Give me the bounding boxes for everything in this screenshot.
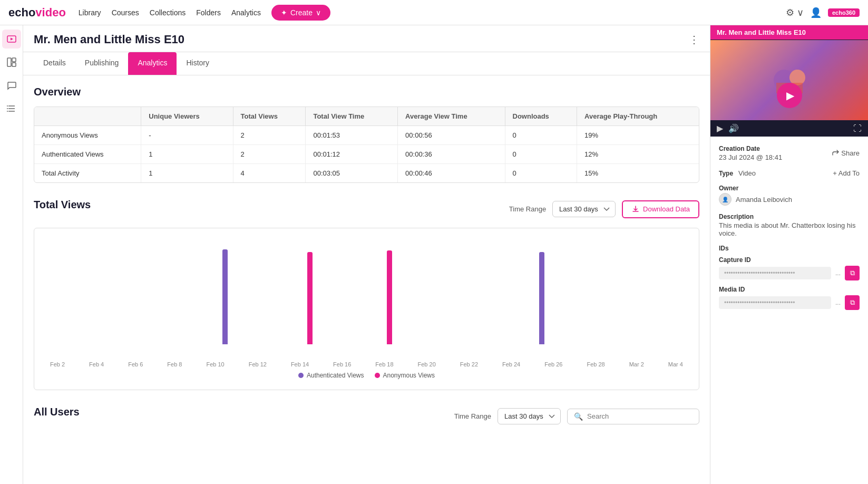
- total-views-title: Total Views: [34, 199, 91, 211]
- table-cell: 2: [233, 126, 306, 145]
- col-header-avg-view-time: Average View Time: [398, 107, 505, 126]
- play-icon: ▶: [786, 89, 794, 102]
- tab-details[interactable]: Details: [34, 52, 75, 75]
- overview-section: Overview Unique Viewers Total Views Tota…: [34, 86, 699, 183]
- date-label: Feb 20: [418, 361, 436, 367]
- all-users-section: All Users Time Range Last 30 days Last 7…: [34, 406, 699, 427]
- page-header: Mr. Men and Little Miss E10 ⋮: [23, 25, 710, 52]
- all-users-controls: Time Range Last 30 days Last 7 days Last…: [454, 408, 699, 424]
- type-label: Type: [719, 170, 733, 177]
- legend-authenticated: Authenticated Views: [298, 372, 364, 379]
- table-cell: 00:00:36: [398, 145, 505, 164]
- copy-media-id-button[interactable]: ⧉: [845, 295, 860, 310]
- logo[interactable]: echovideo: [8, 6, 66, 20]
- nav-analytics[interactable]: Analytics: [231, 8, 261, 17]
- page-title: Mr. Men and Little Miss E10: [34, 33, 184, 46]
- copy-capture-id-button[interactable]: ⧉: [845, 266, 860, 280]
- sidebar-item-panels[interactable]: [2, 53, 21, 72]
- create-icon: ✦: [281, 8, 287, 17]
- chart-legend: Authenticated Views Anonymous Views: [45, 372, 688, 379]
- all-users-title: All Users: [34, 406, 80, 418]
- tab-publishing[interactable]: Publishing: [75, 52, 129, 75]
- capture-id-value: ••••••••••••••••••••••••••••••••: [719, 267, 831, 279]
- page-layout: Mr. Men and Little Miss E10 ⋮ Details Pu…: [0, 25, 868, 484]
- logo-echo: echo: [8, 6, 35, 19]
- legend-auth-label: Authenticated Views: [307, 372, 364, 379]
- date-label: Feb 6: [128, 361, 143, 367]
- date-label: Feb 24: [502, 361, 520, 367]
- svg-rect-1: [7, 58, 11, 66]
- bar-group: [208, 249, 248, 344]
- date-label: Feb 22: [460, 361, 478, 367]
- owner-label: Owner: [719, 185, 860, 192]
- page-menu-button[interactable]: ⋮: [689, 33, 699, 46]
- nav-collections[interactable]: Collections: [150, 8, 186, 17]
- chart-bars: [45, 239, 688, 344]
- all-users-time-range-select[interactable]: Last 30 days Last 7 days Last 90 days Al…: [498, 408, 561, 424]
- chart-area: [45, 239, 688, 355]
- date-label: Feb 28: [587, 361, 604, 367]
- col-header-unique-viewers: Unique Viewers: [141, 107, 233, 126]
- time-range-select[interactable]: Last 30 days Last 7 days Last 90 days Al…: [552, 201, 616, 217]
- video-player-panel[interactable]: Mr. Men and Little Miss E10 ▶: [710, 25, 868, 120]
- table-cell: Total Activity: [34, 164, 141, 183]
- overview-table-wrap: Unique Viewers Total Views Total View Ti…: [34, 107, 699, 183]
- table-cell: 00:00:56: [398, 126, 505, 145]
- chart-container: Feb 2Feb 4Feb 6Feb 8Feb 10Feb 12Feb 14Fe…: [34, 228, 699, 390]
- media-id-field: •••••••••••••••••••••••••••••••• ... ⧉: [719, 295, 860, 310]
- table-cell: 15%: [577, 164, 699, 183]
- nav-right: ⚙ ∨ 👤 echo360: [786, 7, 860, 18]
- legend-anon-label: Anonymous Views: [383, 372, 435, 379]
- table-cell: 2: [233, 145, 306, 164]
- profile-button[interactable]: 👤: [810, 7, 822, 18]
- share-button[interactable]: Share: [832, 149, 860, 157]
- nav-courses[interactable]: Courses: [112, 8, 139, 17]
- nav-folders[interactable]: Folders: [196, 8, 221, 17]
- table-header-row: Unique Viewers Total Views Total View Ti…: [34, 107, 699, 126]
- sidebar-item-list[interactable]: [2, 99, 21, 118]
- table-cell: 00:01:53: [306, 126, 398, 145]
- logo-video: video: [35, 6, 65, 19]
- bar-group: [287, 252, 327, 344]
- create-label: Create: [290, 8, 313, 17]
- col-header-total-view-time: Total View Time: [306, 107, 398, 126]
- fullscreen-button[interactable]: ⛶: [853, 124, 862, 133]
- anon-bar: [387, 250, 392, 344]
- anon-bar: [307, 252, 313, 344]
- table-row: Total Activity1400:03:0500:00:46015%: [34, 164, 699, 183]
- nav-links: Library Courses Collections Folders Anal…: [79, 5, 786, 21]
- svg-point-7: [7, 105, 8, 107]
- capture-id-ellipsis: ...: [835, 269, 841, 277]
- description-row: Description This media is about Mr. Chat…: [719, 213, 860, 237]
- add-to-button[interactable]: + Add To: [833, 169, 860, 177]
- tab-analytics[interactable]: Analytics: [128, 52, 177, 75]
- main-area: Mr. Men and Little Miss E10 ⋮ Details Pu…: [23, 25, 710, 484]
- sidebar-item-comments[interactable]: [2, 76, 21, 95]
- type-value: Video: [738, 169, 756, 177]
- volume-button[interactable]: 🔊: [728, 123, 739, 133]
- settings-button[interactable]: ⚙ ∨: [786, 7, 804, 18]
- owner-avatar: 👤: [719, 193, 732, 206]
- download-icon: [631, 205, 640, 214]
- table-cell: 19%: [577, 126, 699, 145]
- video-thumbnail: ▶: [710, 40, 868, 120]
- table-cell: Anonymous Views: [34, 126, 141, 145]
- ids-label: IDs: [719, 245, 860, 252]
- create-chevron: ∨: [316, 8, 321, 17]
- sidebar-item-media[interactable]: [2, 30, 21, 49]
- play-button[interactable]: ▶: [777, 83, 802, 108]
- play-pause-button[interactable]: ▶: [717, 123, 723, 133]
- table-cell: 0: [505, 145, 577, 164]
- date-label: Mar 4: [668, 361, 683, 367]
- chart-date-labels: Feb 2Feb 4Feb 6Feb 8Feb 10Feb 12Feb 14Fe…: [45, 359, 688, 367]
- table-cell: 00:01:12: [306, 145, 398, 164]
- tab-history[interactable]: History: [177, 52, 219, 75]
- search-input[interactable]: [587, 412, 693, 420]
- creation-date-value: 23 Jul 2024 @ 18:41: [719, 153, 782, 161]
- add-to-label: + Add To: [833, 169, 860, 177]
- table-row: Authenticated Views1200:01:1200:00:36012…: [34, 145, 699, 164]
- download-data-button[interactable]: Download Data: [622, 200, 699, 218]
- nav-library[interactable]: Library: [79, 8, 101, 17]
- create-button[interactable]: ✦ Create ∨: [271, 5, 330, 21]
- video-title: Mr. Men and Little Miss E10: [710, 25, 868, 40]
